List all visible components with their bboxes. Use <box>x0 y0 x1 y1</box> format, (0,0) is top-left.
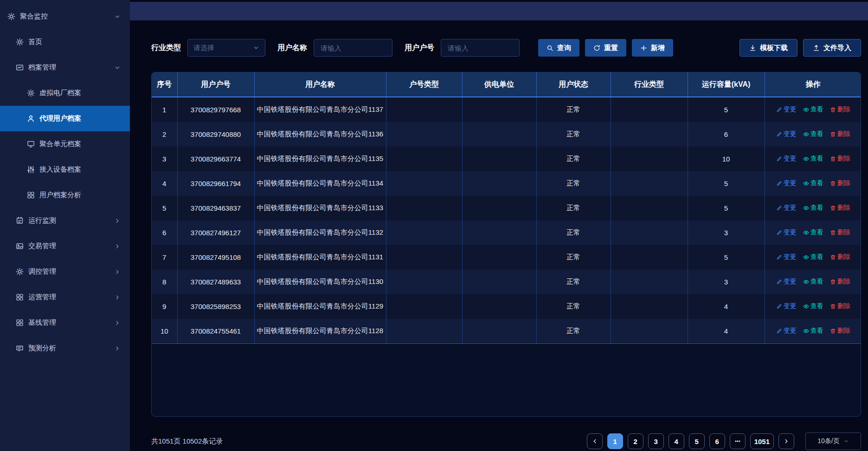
change-link[interactable]: 变更 <box>776 253 797 261</box>
sidebar-item-7[interactable]: 用户档案分析 <box>0 182 130 208</box>
change-link-label: 变更 <box>784 277 797 286</box>
pagination-bar: 共1051页 10502条记录 1234561051 10条/页 <box>151 432 861 451</box>
sidebar-item-11[interactable]: 运营管理 <box>0 284 130 310</box>
sidebar-item-9[interactable]: 交易管理 <box>0 233 130 259</box>
sidebar-item-5[interactable]: 聚合单元档案 <box>0 131 130 157</box>
cell-industry <box>611 319 688 344</box>
view-link[interactable]: 查看 <box>803 253 823 261</box>
page-size-select[interactable]: 10条/页 <box>805 432 861 450</box>
delete-link[interactable]: 删除 <box>830 228 850 237</box>
sidebar-item-1[interactable]: 首页 <box>0 29 130 55</box>
delete-link-label: 删除 <box>837 105 850 114</box>
cell-status: 正常 <box>536 171 611 196</box>
pagination-ellipsis[interactable] <box>730 433 746 449</box>
delete-link[interactable]: 删除 <box>830 302 850 310</box>
search-button[interactable]: 查询 <box>538 39 579 57</box>
sidebar-item-6[interactable]: 接入设备档案 <box>0 157 130 182</box>
add-button[interactable]: 新增 <box>632 39 673 57</box>
file-import-button[interactable]: 文件导入 <box>803 39 861 57</box>
view-link[interactable]: 查看 <box>803 327 823 335</box>
edit-icon <box>776 156 782 162</box>
sidebar-item-12[interactable]: 基线管理 <box>0 310 130 335</box>
industry-type-select[interactable]: 请选择 <box>187 39 265 57</box>
user-name-input[interactable] <box>320 44 386 52</box>
cell-capacity: 10 <box>688 147 765 171</box>
change-link[interactable]: 变更 <box>776 179 797 187</box>
sidebar-item-10[interactable]: 调控管理 <box>0 259 130 284</box>
cell-status: 正常 <box>536 196 611 220</box>
cell-supply_unit <box>462 122 536 147</box>
column-header-actions: 操作 <box>765 72 861 97</box>
sidebar-item-13[interactable]: 预测分析 <box>0 335 130 361</box>
delete-link[interactable]: 删除 <box>830 327 850 335</box>
cell-supply_unit <box>462 147 536 171</box>
change-link-label: 变更 <box>784 155 797 163</box>
page-button-1[interactable]: 1 <box>607 433 623 449</box>
edit-icon <box>776 254 782 260</box>
change-link[interactable]: 变更 <box>776 327 797 335</box>
delete-link[interactable]: 删除 <box>830 277 850 286</box>
sidebar-item-0[interactable]: 聚合监控 <box>0 4 130 29</box>
delete-link[interactable]: 删除 <box>830 179 850 187</box>
prev-page-button[interactable] <box>587 433 603 449</box>
grid-icon <box>27 191 35 199</box>
page-button-5[interactable]: 5 <box>689 433 705 449</box>
page-button-6[interactable]: 6 <box>709 433 725 449</box>
page-button-4[interactable]: 4 <box>669 433 684 449</box>
sidebar-item-label: 聚合监控 <box>20 12 48 21</box>
view-link[interactable]: 查看 <box>803 105 823 114</box>
change-link[interactable]: 变更 <box>776 277 797 286</box>
cell-name: 中国铁塔股份有限公司青岛市分公司1131 <box>254 245 386 270</box>
delete-link[interactable]: 删除 <box>830 130 850 138</box>
delete-link[interactable]: 删除 <box>830 253 850 261</box>
view-link-label: 查看 <box>810 155 823 163</box>
change-link[interactable]: 变更 <box>776 228 797 237</box>
edit-icon <box>776 230 782 236</box>
sidebar-item-label: 运行监测 <box>28 216 56 225</box>
pagination-summary: 共1051页 10502条记录 <box>151 437 223 446</box>
view-link[interactable]: 查看 <box>803 228 823 237</box>
chevron-right-icon <box>114 243 121 250</box>
chevron-left-icon <box>592 438 598 445</box>
change-link[interactable]: 变更 <box>776 302 797 310</box>
cell-account_type <box>386 196 462 220</box>
change-link[interactable]: 变更 <box>776 130 797 138</box>
cell-supply_unit <box>462 270 536 294</box>
page-button-1051[interactable]: 1051 <box>750 433 774 449</box>
change-link[interactable]: 变更 <box>776 105 797 114</box>
eye-icon <box>803 303 809 309</box>
cell-supply_unit <box>462 245 536 270</box>
view-link[interactable]: 查看 <box>803 204 823 212</box>
sidebar-item-3[interactable]: 虚拟电厂档案 <box>0 80 130 106</box>
cell-industry <box>611 196 688 220</box>
sidebar-item-2[interactable]: 档案管理 <box>0 55 130 80</box>
cell-index: 8 <box>152 270 177 294</box>
template-download-button[interactable]: 模板下载 <box>739 39 797 57</box>
page-button-3[interactable]: 3 <box>648 433 664 449</box>
edit-icon <box>776 205 782 211</box>
view-link[interactable]: 查看 <box>803 155 823 163</box>
view-link[interactable]: 查看 <box>803 130 823 138</box>
change-link[interactable]: 变更 <box>776 155 797 163</box>
page-button-2[interactable]: 2 <box>628 433 643 449</box>
change-link[interactable]: 变更 <box>776 204 797 212</box>
sidebar-item-8[interactable]: 运行监测 <box>0 208 130 233</box>
delete-link[interactable]: 删除 <box>830 105 850 114</box>
view-link[interactable]: 查看 <box>803 302 823 310</box>
cell-status: 正常 <box>536 245 611 270</box>
column-header-index: 序号 <box>152 72 177 97</box>
delete-link[interactable]: 删除 <box>830 155 850 163</box>
next-page-button[interactable] <box>778 433 794 449</box>
eye-icon <box>803 107 809 113</box>
sidebar-item-4[interactable]: 代理用户档案 <box>0 106 130 131</box>
cell-account_type <box>386 97 462 122</box>
view-link-label: 查看 <box>810 105 823 114</box>
view-link[interactable]: 查看 <box>803 277 823 286</box>
cell-name: 中国铁塔股份有限公司青岛市分公司1133 <box>254 196 386 220</box>
cell-account_type <box>386 270 462 294</box>
reset-button[interactable]: 重置 <box>585 39 626 57</box>
delete-link[interactable]: 删除 <box>830 204 850 212</box>
view-link[interactable]: 查看 <box>803 179 823 187</box>
user-account-input[interactable] <box>447 44 514 52</box>
sidebar-item-label: 基线管理 <box>28 318 56 327</box>
